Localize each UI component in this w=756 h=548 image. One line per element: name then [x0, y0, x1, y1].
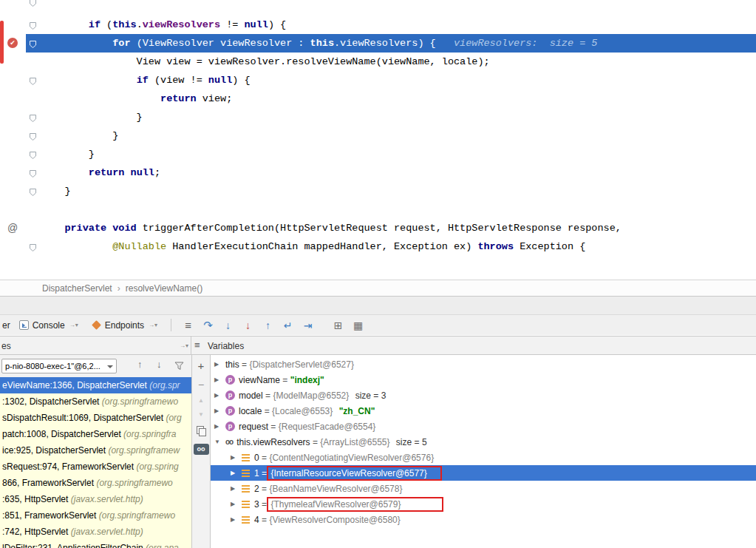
chevron-right-icon[interactable]: ▶ — [231, 470, 242, 476]
chevron-right-icon[interactable]: ▶ — [231, 485, 242, 492]
variable-name: 2 — [254, 484, 259, 494]
fold-marker-icon[interactable] — [29, 149, 37, 158]
chevron-right-icon[interactable]: ▶ — [231, 454, 242, 461]
scroll-up-icon[interactable]: ▲ — [198, 398, 204, 404]
chevron-right-icon[interactable]: ▶ — [231, 501, 242, 507]
remove-watch-icon[interactable]: − — [198, 379, 204, 390]
variable-value-suffix: "zh_CN" — [336, 406, 375, 416]
fold-marker-icon[interactable] — [29, 242, 37, 251]
variable-row[interactable]: ▶3 = {ThymeleafViewResolver@6579} — [211, 496, 756, 512]
fold-marker-icon[interactable] — [29, 38, 37, 47]
variable-row[interactable]: ▶plocale = {Locale@6553} "zh_CN" — [211, 403, 756, 419]
fold-marker-icon[interactable] — [29, 75, 37, 84]
chevron-right-icon[interactable]: ▶ — [214, 407, 225, 414]
stack-frame-row[interactable]: :1302, DispatcherServlet (org.springfram… — [0, 393, 191, 410]
array-element-icon — [242, 454, 250, 461]
step-out-icon[interactable]: ↑ — [258, 319, 278, 331]
stack-frame-row[interactable]: 866, FrameworkServlet (org.springframewo — [0, 475, 191, 491]
fold-marker-icon[interactable] — [29, 112, 37, 121]
variable-row[interactable]: ▶4 = {ViewResolverComposite@6580} — [211, 512, 756, 527]
chevron-right-icon[interactable]: ▶ — [214, 361, 225, 368]
code-line: if (view != null) { — [41, 71, 756, 89]
console-icon — [19, 320, 29, 330]
stack-frame-row[interactable]: :851, FrameworkServlet (org.springframew… — [0, 507, 191, 524]
layout-settings-icon[interactable]: ▦ — [348, 319, 368, 331]
stack-frame-row[interactable]: :742, HttpServlet (javax.servlet.http) — [0, 524, 191, 540]
tab-console[interactable]: Console→▾ — [13, 315, 85, 336]
variable-row[interactable]: ▶pmodel = {ModelMap@6552} size = 3 — [211, 388, 756, 403]
array-element-icon — [242, 470, 250, 477]
equals-sign: = — [310, 437, 321, 447]
chevron-right-icon[interactable]: ▶ — [214, 423, 225, 430]
next-frame-icon[interactable]: ↓ — [157, 359, 162, 369]
fold-marker-icon[interactable] — [29, 131, 37, 140]
ide-debug-window: ✔ @ if (this.viewResolvers != null) { fo… — [0, 0, 756, 548]
equals-sign: = — [268, 422, 279, 432]
variable-value: {ModelMap@6552} — [273, 390, 349, 401]
breadcrumb-item-class[interactable]: DispatcherServlet — [42, 283, 112, 294]
drop-frame-icon[interactable]: ↵ — [278, 319, 298, 331]
variable-row[interactable]: ▶this = {DispatcherServlet@6527} — [211, 356, 756, 372]
chevron-down-icon[interactable]: ▼ — [214, 439, 225, 445]
variable-row[interactable]: ▶2 = {BeanNameViewResolver@6578} — [211, 481, 756, 496]
chevron-right-icon[interactable]: ▶ — [231, 516, 242, 523]
equals-sign: = — [262, 406, 272, 416]
settings-menu-icon[interactable]: ≡ — [178, 319, 198, 331]
breadcrumb-item-method[interactable]: resolveViewName() — [126, 283, 202, 294]
run-to-cursor-icon[interactable]: ⇥ — [298, 319, 318, 331]
fold-marker-icon[interactable] — [29, 20, 37, 29]
filter-frames-icon[interactable] — [174, 362, 184, 372]
evaluate-expression-icon[interactable]: ⊞ — [328, 319, 348, 331]
code-line: return view; — [41, 89, 756, 108]
step-over-icon[interactable]: ↷ — [198, 319, 218, 332]
variable-value: {DispatcherServlet@6527} — [249, 359, 354, 370]
previous-frame-icon[interactable]: ↑ — [137, 359, 143, 369]
variable-name: 4 — [254, 515, 259, 525]
stack-frame-row[interactable]: lDoFilter:231, ApplicationFilterChain (o… — [0, 540, 191, 548]
variable-value: "indexj" — [290, 375, 324, 385]
stack-frame-row[interactable]: eViewName:1366, DispatcherServlet (org.s… — [0, 377, 191, 393]
variable-row[interactable]: ▶prequest = {RequestFacade@6554} — [211, 419, 756, 434]
force-step-into-icon[interactable]: ↓ — [238, 319, 258, 331]
frames-toolbar: p-nio-8080-exec-1"@6,2... ↑↓ — [0, 355, 191, 377]
add-watch-icon[interactable]: + — [198, 360, 205, 371]
variable-value: {BeanNameViewResolver@6578} — [269, 484, 402, 494]
code-editor[interactable]: ✔ @ if (this.viewResolvers != null) { fo… — [0, 0, 756, 280]
variable-row[interactable]: ▼oothis.viewResolvers = {ArrayList@6555}… — [211, 434, 756, 450]
thread-selector-dropdown[interactable]: p-nio-8080-exec-1"@6,2... — [1, 359, 117, 373]
fold-marker-icon[interactable] — [29, 186, 37, 195]
parameter-icon: p — [225, 406, 235, 416]
chevron-right-icon[interactable]: ▶ — [214, 392, 225, 399]
code-area[interactable]: if (this.viewResolvers != null) { for (V… — [41, 16, 756, 256]
variable-row[interactable]: ▶pviewName = "indexj" — [211, 372, 756, 388]
scroll-down-icon[interactable]: ▼ — [198, 412, 204, 418]
fold-marker-icon[interactable] — [29, 168, 37, 177]
copy-value-icon[interactable] — [197, 426, 205, 436]
variable-row[interactable]: ▶0 = {ContentNegotiatingViewResolver@657… — [211, 450, 756, 465]
variables-menu-icon[interactable]: ≡ — [194, 339, 200, 351]
stack-frame-row[interactable]: :635, HttpServlet (javax.servlet.http) — [0, 491, 191, 507]
code-line: } — [41, 145, 756, 163]
show-watches-icon[interactable]: oo — [194, 444, 209, 455]
tab-endpoints[interactable]: Endpoints→▾ — [85, 315, 164, 336]
code-line: } — [41, 182, 756, 200]
code-line: @Nullable HandlerExecutionChain mappedHa… — [41, 237, 756, 256]
code-line: private void triggerAfterCompletion(Http… — [41, 219, 756, 237]
stack-frame-row[interactable]: sRequest:974, FrameworkServlet (org.spri… — [0, 459, 191, 475]
stack-frame-row[interactable]: patch:1008, DispatcherServlet (org.sprin… — [0, 426, 191, 442]
variable-row[interactable]: ▶1 = {InternalResourceViewResolver@6577} — [211, 465, 756, 481]
debugger-tab-cut-label[interactable]: er — [0, 320, 13, 331]
chevron-right-icon[interactable]: ▶ — [214, 376, 225, 383]
tab-options-icon[interactable]: →▾ — [69, 322, 78, 328]
frames-panel-options-icon[interactable]: →▾ — [180, 342, 188, 349]
step-into-icon[interactable]: ↓ — [218, 319, 238, 331]
fold-marker-icon[interactable] — [29, 0, 37, 6]
tab-options-icon[interactable]: →▾ — [149, 322, 157, 328]
stack-frame-row[interactable]: sDispatchResult:1069, DispatcherServlet … — [0, 410, 191, 426]
breakpoint-icon[interactable]: ✔ — [7, 38, 18, 48]
code-line: View view = viewResolver.resolveViewName… — [41, 53, 756, 71]
code-line: } — [41, 108, 756, 126]
variable-name: 0 — [254, 453, 259, 463]
frames-list: eViewName:1366, DispatcherServlet (org.s… — [0, 377, 191, 548]
stack-frame-row[interactable]: ice:925, DispatcherServlet (org.springfr… — [0, 442, 191, 459]
